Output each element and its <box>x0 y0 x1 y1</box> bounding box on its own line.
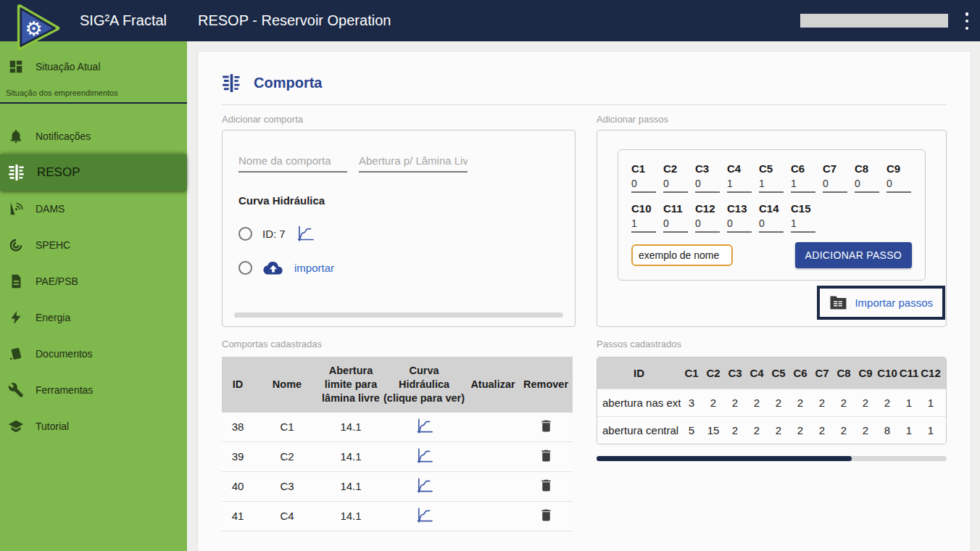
cell-value <box>942 389 947 417</box>
field-value[interactable]: 0 <box>727 218 752 233</box>
cell-atualizar <box>467 471 519 501</box>
sidebar-item-situacao-atual[interactable]: Situação Atual <box>0 51 187 83</box>
floodgate-icon <box>8 164 25 181</box>
hydraulic-curve-icon[interactable] <box>415 477 433 494</box>
hydraulic-curve-icon[interactable] <box>415 447 433 464</box>
field-value[interactable]: 0 <box>663 178 688 193</box>
field-value[interactable]: 0 <box>631 178 656 193</box>
cell-value: 2 <box>768 389 789 417</box>
import-steps-button[interactable]: Importar passos <box>817 286 945 320</box>
step-name-input[interactable] <box>631 244 733 266</box>
cell-id: 38 <box>222 413 254 442</box>
col-header-c4: C4 <box>746 357 768 389</box>
cell-value: 2 <box>833 389 855 417</box>
hydraulic-curve-icon[interactable] <box>415 418 433 434</box>
table-row: 41 C4 14.1 <box>222 501 573 531</box>
header-search-box[interactable] <box>800 14 948 28</box>
comporta-name-input[interactable] <box>238 152 347 173</box>
col-header-remover: Remover <box>519 357 573 413</box>
add-step-button[interactable]: ADICIONAR PASSO <box>795 242 912 268</box>
col-header-c5: C5 <box>768 357 789 389</box>
trash-icon[interactable] <box>539 448 554 463</box>
svg-text:⚙: ⚙ <box>25 17 43 40</box>
cell-value: 3 <box>681 389 702 417</box>
sidebar-item-label: RESOP <box>37 165 80 180</box>
comporta-opening-input[interactable] <box>359 152 468 173</box>
sidebar-caption: Situação dos empreendimentos <box>0 83 187 102</box>
cell-abertura: 14.1 <box>320 501 381 531</box>
scrollbar-thumb[interactable] <box>597 456 852 461</box>
curve-import-radio[interactable] <box>238 261 252 275</box>
trash-icon[interactable] <box>539 508 554 523</box>
field-label: C11 <box>663 202 688 215</box>
sidebar-item-label: SPEHC <box>36 239 70 251</box>
title-divider <box>222 104 947 105</box>
table-row: 38 C1 14.1 <box>222 413 573 442</box>
hydraulic-curve-icon[interactable] <box>296 225 315 242</box>
trash-icon[interactable] <box>539 418 554 434</box>
table-row: abertura central 5 15 2 2 2 2 2 2 2 8 <box>597 417 947 444</box>
field-value[interactable]: 1 <box>631 218 656 233</box>
sidebar-item-documentos[interactable]: Documentos <box>0 336 187 372</box>
sidebar-item-dams[interactable]: DAMS <box>0 191 187 227</box>
add-comporta-label: Adicionar comporta <box>222 114 576 125</box>
app-header: ⚙ SIG²A Fractal RESOP - Reservoir Operat… <box>0 0 980 41</box>
field-label: C10 <box>631 202 656 215</box>
cell-value: 8 <box>876 417 898 444</box>
cell-value: 2 <box>811 389 833 417</box>
dam-signal-icon <box>8 201 24 217</box>
field-value[interactable]: 0 <box>886 178 911 193</box>
comportas-table: ID Nome Abertura limite para lâmina livr… <box>222 357 573 531</box>
field-label: C15 <box>791 202 815 215</box>
sidebar-item-pae-psb[interactable]: PAE/PSB <box>0 263 187 299</box>
sidebar-item-energia[interactable]: Energia <box>0 299 187 336</box>
col-header-atualizar: Atualizar <box>467 357 519 413</box>
kebab-menu-icon[interactable] <box>963 12 971 30</box>
comporta-box-scrollbar[interactable] <box>234 312 563 318</box>
field-value[interactable]: 0 <box>855 178 879 193</box>
cell-atualizar <box>467 413 519 442</box>
sidebar-item-label: Notificações <box>36 130 91 142</box>
cell-value: 1 <box>898 389 920 417</box>
field-label: C2 <box>663 162 688 175</box>
field-value[interactable]: 0 <box>759 218 784 233</box>
cell-value: 1 <box>920 417 942 444</box>
cell-value: 2 <box>855 389 876 417</box>
table-row: 40 C3 14.1 <box>222 471 573 501</box>
sidebar-item-resop[interactable]: RESOP <box>0 154 187 191</box>
cell-abertura: 14.1 <box>320 471 381 501</box>
content-card: Comporta Adicionar comporta Curva Hidráu… <box>197 51 971 551</box>
field-label: C4 <box>727 162 752 175</box>
cell-value: 2 <box>789 389 811 417</box>
import-curve-link[interactable]: importar <box>294 262 334 274</box>
cell-value: 5 <box>681 417 702 444</box>
cell-value: 2 <box>746 389 768 417</box>
curve-option-label: ID: 7 <box>262 228 286 240</box>
field-value[interactable]: 0 <box>823 178 847 193</box>
field-value[interactable]: 1 <box>791 218 815 233</box>
field-label: C5 <box>759 162 784 175</box>
sidebar-item-tutorial[interactable]: Tutorial <box>0 408 187 444</box>
col-header-abertura: Abertura limite para lâmina livre <box>320 357 381 413</box>
field-value[interactable]: 0 <box>695 178 720 193</box>
cell-value: 2 <box>724 417 746 444</box>
field-label: C12 <box>695 202 720 215</box>
sidebar-item-notificacoes[interactable]: Notificações <box>0 118 187 154</box>
hydraulic-curve-icon[interactable] <box>415 507 433 523</box>
trash-icon[interactable] <box>539 478 554 493</box>
sidebar-item-ferramentas[interactable]: Ferramentas <box>0 372 187 408</box>
table-row: 39 C2 14.1 <box>222 442 573 471</box>
passos-table-scrollbar[interactable] <box>597 456 947 461</box>
field-value[interactable]: 1 <box>791 178 815 193</box>
field-value[interactable]: 1 <box>759 178 784 193</box>
cloud-upload-icon[interactable] <box>262 260 284 276</box>
field-value[interactable]: 1 <box>727 178 752 193</box>
curve-id-radio[interactable] <box>238 227 252 241</box>
field-value[interactable]: 0 <box>695 218 720 233</box>
field-value[interactable]: 0 <box>663 218 688 233</box>
sidebar-item-spehc[interactable]: SPEHC <box>0 227 187 263</box>
add-comporta-box: Curva Hidráulica ID: 7 importar <box>222 130 576 327</box>
cell-value: 1 <box>920 389 942 417</box>
col-header-c9: C9 <box>855 357 876 389</box>
cell-value: 2 <box>855 417 876 444</box>
